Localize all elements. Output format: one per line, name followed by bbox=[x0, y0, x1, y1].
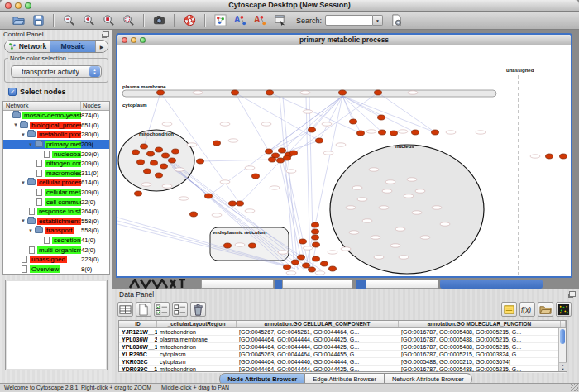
tree-row[interactable]: multi-organism pro42(0) bbox=[3, 245, 109, 255]
network-node[interactable] bbox=[378, 115, 385, 120]
table-row[interactable]: YKR052Ccytoplasm[GO:0044464, GO:0044446,… bbox=[119, 358, 566, 366]
select-attributes-button[interactable] bbox=[154, 302, 170, 317]
select-nodes-checkbox[interactable]: ✓ bbox=[8, 88, 17, 96]
background-window-fragment[interactable] bbox=[275, 280, 282, 289]
network-node[interactable] bbox=[299, 239, 307, 244]
network-node[interactable] bbox=[379, 130, 386, 135]
save-button[interactable] bbox=[28, 12, 48, 29]
label-network-blue-button[interactable]: A bbox=[230, 12, 250, 29]
snapshot-button[interactable] bbox=[149, 12, 169, 29]
network-node[interactable] bbox=[290, 151, 298, 155]
tree-row[interactable]: unassigned223(0) bbox=[3, 255, 109, 265]
network-node[interactable] bbox=[162, 153, 170, 158]
network-node[interactable] bbox=[316, 138, 323, 143]
tree-row[interactable]: ▼metabolic process280(0) bbox=[3, 130, 109, 140]
network-node[interactable] bbox=[249, 243, 256, 248]
network-node[interactable] bbox=[156, 147, 163, 152]
table-row[interactable]: YDR039C__1mitochondrion[GO:0044464, GO:0… bbox=[119, 366, 566, 373]
column-header[interactable]: annotation.GO CELLULAR_COMPONENT bbox=[237, 321, 399, 327]
network-node[interactable] bbox=[169, 158, 176, 163]
network-overview-button[interactable] bbox=[210, 12, 230, 29]
matrix-button[interactable] bbox=[556, 302, 572, 317]
float-panel-icon[interactable] bbox=[103, 31, 109, 37]
expander-icon[interactable]: ▼ bbox=[28, 228, 35, 233]
tree-row[interactable]: ▼cellular process614(0) bbox=[3, 178, 109, 188]
network-node[interactable] bbox=[350, 119, 357, 124]
table-row[interactable]: YPL036W__1mitochondrion[GO:0044464, GO:0… bbox=[119, 343, 566, 351]
network-node[interactable] bbox=[151, 160, 158, 165]
background-window-fragment[interactable] bbox=[201, 280, 274, 289]
network-node[interactable] bbox=[313, 242, 320, 247]
table-scrollbar[interactable]: ▲▼ bbox=[558, 328, 566, 371]
network-node[interactable] bbox=[266, 149, 273, 154]
network-node[interactable] bbox=[132, 150, 140, 155]
birds-eye-view[interactable] bbox=[5, 280, 108, 370]
network-node[interactable] bbox=[279, 148, 286, 153]
search-dropdown-button[interactable]: ▼ bbox=[373, 15, 383, 26]
network-node[interactable] bbox=[135, 191, 142, 196]
tree-row[interactable]: ▼establishment of lo558(0) bbox=[3, 217, 109, 227]
table-row[interactable]: YPL036W__2plasma membrane[GO:0044464, GO… bbox=[119, 336, 566, 343]
network-window-titlebar[interactable]: primary metabolic process bbox=[117, 35, 571, 45]
expander-icon[interactable]: ▼ bbox=[13, 122, 20, 127]
column-header[interactable]: ID bbox=[119, 321, 157, 327]
tree-row[interactable]: nucleobase-209(0) bbox=[3, 149, 109, 159]
network-node[interactable] bbox=[213, 141, 221, 146]
zoom-in-button[interactable] bbox=[79, 12, 98, 29]
background-window-fragment[interactable] bbox=[282, 280, 352, 289]
network-node[interactable] bbox=[237, 201, 244, 206]
network-node[interactable] bbox=[339, 90, 347, 95]
tree-row[interactable]: ▼primary metabo209(... bbox=[3, 140, 109, 150]
network-node[interactable] bbox=[321, 261, 328, 266]
search-input[interactable] bbox=[325, 15, 373, 26]
network-node[interactable] bbox=[147, 151, 155, 156]
node-color-dropdown[interactable]: transporter activity ▲▼ bbox=[11, 65, 102, 78]
background-window-fragment[interactable] bbox=[366, 280, 438, 289]
float-panel-icon[interactable] bbox=[569, 291, 576, 297]
network-node[interactable] bbox=[252, 174, 260, 179]
column-nodes[interactable]: Nodes bbox=[81, 102, 109, 110]
expander-icon[interactable]: ▼ bbox=[28, 142, 35, 147]
expander-icon[interactable]: ▼ bbox=[21, 218, 27, 223]
network-node[interactable] bbox=[160, 164, 168, 169]
tab-overflow-arrow-icon[interactable]: ▶ bbox=[96, 41, 108, 52]
zoom-selected-button[interactable] bbox=[98, 12, 118, 29]
network-node[interactable] bbox=[309, 267, 316, 272]
tab-network[interactable]: Network bbox=[5, 41, 50, 52]
scrollbar-arrows[interactable]: ▲▼ bbox=[559, 362, 567, 371]
zoom-out-button[interactable] bbox=[59, 12, 79, 29]
tree-row[interactable]: cellular metabo209(0) bbox=[3, 188, 109, 198]
network-node[interactable] bbox=[313, 256, 320, 261]
label-button[interactable] bbox=[501, 302, 517, 317]
network-node[interactable] bbox=[197, 159, 204, 164]
network-node[interactable] bbox=[232, 90, 239, 95]
expander-icon[interactable]: ▼ bbox=[21, 132, 27, 137]
network-node[interactable] bbox=[560, 154, 567, 159]
network-node[interactable] bbox=[298, 255, 305, 260]
network-node[interactable] bbox=[141, 144, 148, 149]
column-header[interactable]: _cellularLayoutRegion bbox=[157, 321, 237, 327]
tree-row[interactable]: secretion41(0) bbox=[3, 236, 109, 246]
network-node[interactable] bbox=[329, 266, 337, 271]
new-attribute-button[interactable] bbox=[136, 302, 151, 317]
network-node[interactable] bbox=[312, 235, 319, 240]
network-node[interactable] bbox=[277, 158, 285, 163]
unselect-attributes-button[interactable] bbox=[172, 302, 188, 317]
network-node[interactable] bbox=[432, 130, 439, 135]
tree-row[interactable]: cell communicat22(0) bbox=[3, 197, 109, 207]
network-node[interactable] bbox=[412, 130, 419, 135]
attribute-grid-button[interactable] bbox=[117, 302, 133, 317]
table-row[interactable]: YLR295Ccytoplasm[GO:0045263, GO:0044464,… bbox=[119, 351, 566, 358]
resize-grip[interactable] bbox=[571, 384, 578, 391]
network-node[interactable] bbox=[309, 127, 316, 132]
network-node[interactable] bbox=[156, 173, 163, 178]
table-row[interactable]: YJR121W__1mitochondrion[GO:0045267, GO:0… bbox=[119, 328, 566, 336]
network-node[interactable] bbox=[137, 160, 145, 165]
tree-row[interactable]: macromolecule311(0) bbox=[3, 169, 109, 179]
network-node[interactable] bbox=[190, 212, 198, 217]
network-node[interactable] bbox=[205, 194, 213, 198]
network-node[interactable] bbox=[266, 90, 274, 95]
network-node[interactable] bbox=[172, 149, 179, 154]
expander-icon[interactable]: ▼ bbox=[21, 180, 27, 185]
tab-mosaic[interactable]: Mosaic bbox=[50, 41, 96, 52]
